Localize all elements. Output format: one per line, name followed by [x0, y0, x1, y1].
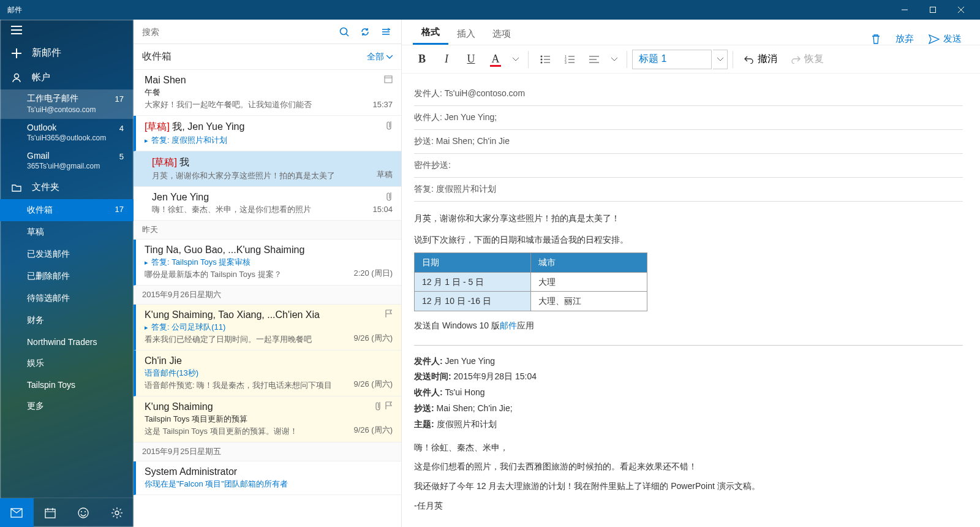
attachment-flag-icon — [374, 401, 393, 411]
message-list-pane: 收件箱 全部 Mai Shen 午餐 大家好！我们一起吃午餐吧。让我知道你们能否… — [134, 20, 402, 527]
discard-button[interactable]: 放弃 — [888, 33, 921, 45]
nav-mail-button[interactable] — [0, 498, 34, 527]
sidebar-folder-northwind[interactable]: Northwind Traders — [0, 332, 134, 352]
svg-point-17 — [85, 511, 86, 512]
folder-icon — [10, 183, 23, 192]
message-item[interactable]: System Administrator 你现在是"Falcon 项目"团队邮箱… — [134, 461, 401, 495]
folders-header-label: 文件夹 — [32, 181, 59, 193]
chevron-down-icon — [386, 55, 393, 59]
style-dropdown[interactable]: 标题 1 — [632, 50, 712, 69]
undo-icon — [744, 55, 754, 64]
sidebar-folder-deleted[interactable]: 已删除邮件 — [0, 265, 134, 287]
trip-table: 日期城市 12 月 1 日 - 5 日大理 12 月 10 日 -16 日大理、… — [414, 252, 647, 311]
trash-icon — [871, 34, 881, 45]
sidebar-folder-drafts[interactable]: 草稿 — [0, 221, 134, 243]
message-list[interactable]: Mai Shen 午餐 大家好！我们一起吃午餐吧。让我知道你们能否 15:37 … — [134, 70, 401, 527]
select-icon[interactable] — [375, 20, 396, 44]
compose-tabs: 格式 插入 选项 放弃 发送 — [402, 20, 980, 45]
filter-all-dropdown[interactable]: 全部 — [367, 51, 393, 63]
compose-body[interactable]: 月英，谢谢你和大家分享这些照片！拍的真是太美了！ 说到下次旅行，下面的日期和城市… — [414, 202, 963, 514]
tab-options[interactable]: 选项 — [484, 22, 519, 45]
search-bar — [134, 20, 401, 44]
sidebar-folder-junk[interactable]: 待筛选邮件 — [0, 287, 134, 309]
redo-icon — [791, 55, 801, 64]
message-item[interactable]: [草稿] 我, Jen Yue Ying ▸ 答复: 度假照片和计划 — [134, 116, 401, 151]
svg-point-16 — [81, 511, 82, 512]
font-color-dropdown[interactable] — [508, 48, 523, 70]
sidebar-folder-entertainment[interactable]: 娱乐 — [0, 352, 134, 374]
align-button[interactable] — [582, 48, 606, 70]
signature: 发送自 Windows 10 版邮件应用 — [414, 317, 963, 334]
sidebar-folder-finance[interactable]: 财务 — [0, 309, 134, 332]
hamburger-button[interactable] — [0, 20, 134, 40]
italic-button[interactable]: I — [435, 48, 458, 70]
message-item[interactable]: Mai Shen 午餐 大家好！我们一起吃午餐吧。让我知道你们能否 15:37 — [134, 70, 401, 116]
svg-text:3: 3 — [565, 61, 567, 64]
bullets-button[interactable] — [533, 48, 557, 70]
to-field[interactable]: 收件人: Jen Yue Ying; — [414, 106, 963, 130]
message-item[interactable]: K'ung Shaiming Tailspin Toys 项目更新的预算 这是 … — [134, 396, 401, 442]
subject-field[interactable]: 答复: 度假照片和计划 — [414, 178, 963, 202]
search-icon[interactable] — [334, 20, 355, 44]
svg-point-33 — [541, 61, 543, 63]
font-color-button[interactable]: A — [484, 48, 507, 70]
tab-format[interactable]: 格式 — [413, 20, 448, 45]
window-minimize-button[interactable] — [891, 0, 919, 20]
message-item[interactable]: Ting Na, Guo Bao, ...K'ung Shaiming ▸ 答复… — [134, 240, 401, 286]
sidebar-folder-more[interactable]: 更多 — [0, 395, 134, 417]
svg-point-18 — [115, 511, 119, 515]
accounts-header[interactable]: 帐户 — [0, 66, 134, 89]
app-title: 邮件 — [7, 5, 22, 15]
redo-button[interactable]: 恢复 — [785, 53, 830, 66]
window-close-button[interactable] — [947, 0, 975, 20]
send-button[interactable]: 发送 — [921, 33, 969, 45]
sync-icon[interactable] — [355, 20, 375, 44]
plus-icon — [10, 48, 23, 58]
svg-line-26 — [113, 515, 114, 517]
sidebar-account-work[interactable]: 工作电子邮件 Ts'uiH@contoso.com 17 — [0, 89, 134, 119]
send-icon — [929, 34, 940, 44]
new-mail-button[interactable]: 新邮件 — [0, 40, 134, 66]
sidebar-folder-sent[interactable]: 已发送邮件 — [0, 243, 134, 265]
nav-calendar-button[interactable] — [34, 498, 67, 527]
svg-line-24 — [119, 515, 121, 517]
search-input[interactable] — [142, 27, 334, 37]
nav-settings-button[interactable] — [100, 498, 134, 527]
flag-icon — [385, 309, 393, 318]
svg-point-27 — [341, 28, 347, 34]
folders-header[interactable]: 文件夹 — [0, 175, 134, 199]
message-item[interactable]: Jen Yue Ying 嗨！徐虹、秦杰、米申，这是你们想看的照片 15:04 — [134, 187, 401, 221]
message-item[interactable]: Ch'in Jie 语音邮件(13秒) 语音邮件预览: 嗨！我是秦杰，我打电话来… — [134, 351, 401, 396]
compose-pane: 格式 插入 选项 放弃 发送 B I U A 123 标题 1 撤消 恢复 — [402, 20, 980, 527]
style-dropdown-chevron[interactable] — [713, 50, 728, 69]
bcc-field[interactable]: 密件抄送: — [414, 154, 963, 178]
undo-button[interactable]: 撤消 — [738, 53, 783, 66]
svg-point-9 — [15, 74, 19, 78]
compose-body-scroll[interactable]: 发件人: Ts'uiH@contoso.com 收件人: Jen Yue Yin… — [402, 74, 980, 527]
window-maximize-button[interactable] — [919, 0, 947, 20]
folder-name: 收件箱 — [142, 50, 172, 63]
sidebar-folder-inbox[interactable]: 收件箱17 — [0, 199, 134, 221]
folder-header: 收件箱 全部 — [134, 44, 401, 70]
person-icon — [10, 73, 23, 83]
numbering-button[interactable]: 123 — [558, 48, 581, 70]
delete-button[interactable] — [864, 34, 888, 45]
svg-rect-1 — [930, 7, 936, 13]
cc-field[interactable]: 抄送: Mai Shen; Ch'in Jie — [414, 130, 963, 154]
sidebar-account-outlook[interactable]: Outlook Ts'uiH365@outlook.com 4 — [0, 119, 134, 147]
sidebar-folder-tailspin[interactable]: Tailspin Toys — [0, 374, 134, 395]
nav-feedback-button[interactable] — [67, 498, 100, 527]
mail-app-link[interactable]: 邮件 — [500, 320, 517, 330]
message-item[interactable]: K'ung Shaiming, Tao Xiang, ...Ch'ien Xia… — [134, 305, 401, 351]
paragraph-dropdown[interactable] — [607, 48, 622, 70]
group-header: 2015年9月25日星期五 — [134, 442, 401, 461]
underline-button[interactable]: U — [459, 48, 483, 70]
message-item[interactable]: [草稿] 我 月英，谢谢你和大家分享这些照片！拍的真是太美了 草稿 — [134, 151, 401, 187]
sidebar-account-gmail[interactable]: Gmail 365Ts'uiH@gmail.com 5 — [0, 147, 134, 175]
quoted-message: 发件人: Jen Yue Ying 发送时间: 2015年9月28日 15:04… — [414, 345, 963, 514]
svg-line-23 — [113, 509, 114, 510]
svg-point-31 — [541, 55, 543, 57]
bold-button[interactable]: B — [410, 48, 434, 70]
tab-insert[interactable]: 插入 — [448, 22, 484, 45]
from-field[interactable]: 发件人: Ts'uiH@contoso.com — [414, 82, 963, 106]
